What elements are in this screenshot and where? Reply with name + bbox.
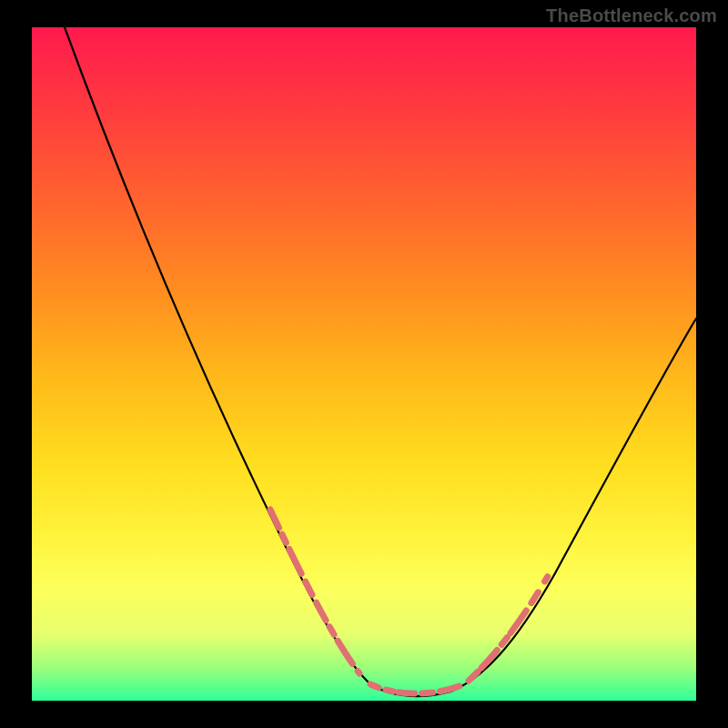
marker-valley-band bbox=[370, 684, 460, 693]
bottleneck-curve bbox=[65, 27, 696, 696]
watermark-text: TheBottleneck.com bbox=[546, 5, 717, 26]
curve-layer bbox=[32, 27, 696, 701]
chart-frame: TheBottleneck.com bbox=[0, 0, 728, 728]
plot-area bbox=[32, 27, 696, 701]
marker-left-band bbox=[270, 510, 359, 673]
marker-right-band bbox=[469, 571, 551, 681]
